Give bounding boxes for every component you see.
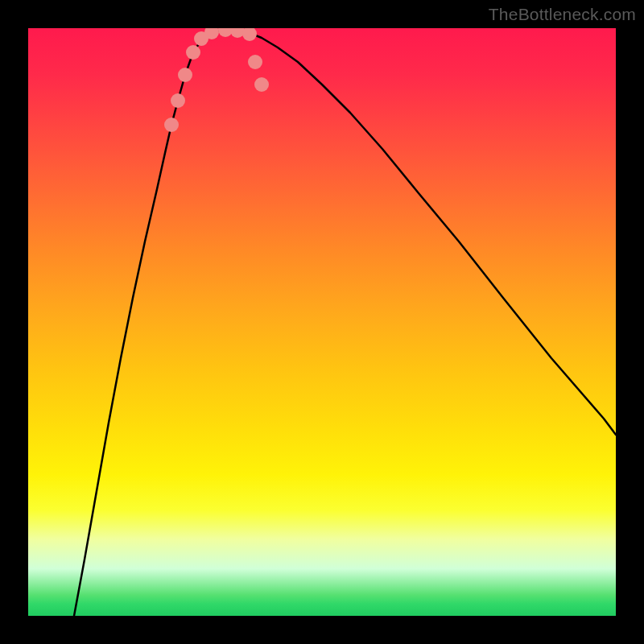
plot-area — [28, 28, 616, 616]
marker-dot — [254, 77, 269, 92]
marker-dot — [171, 93, 185, 108]
marker-group — [164, 28, 269, 132]
marker-dot — [164, 118, 179, 132]
marker-dot — [178, 68, 192, 82]
watermark-text: TheBottleneck.com — [489, 5, 636, 24]
chart-frame: TheBottleneck.com — [0, 0, 644, 644]
marker-dot — [186, 45, 200, 60]
marker-dot — [248, 55, 262, 69]
marker-dot — [242, 28, 257, 41]
curve-line — [74, 30, 616, 616]
chart-svg — [28, 28, 616, 616]
